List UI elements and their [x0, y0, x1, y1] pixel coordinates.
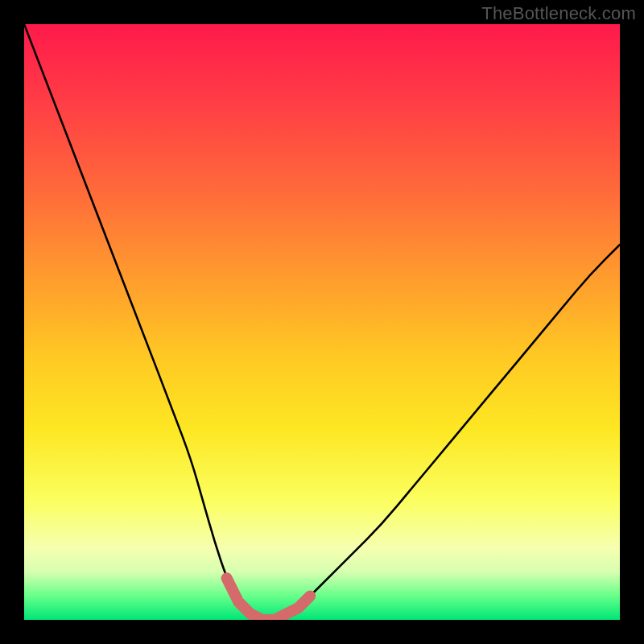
- watermark-text: TheBottleneck.com: [481, 3, 636, 24]
- plot-area: [24, 24, 620, 620]
- chart-frame: TheBottleneck.com: [0, 0, 644, 644]
- bottleneck-curve-line: [24, 24, 620, 620]
- curve-layer: [24, 24, 620, 620]
- optimal-zone-highlight: [227, 578, 311, 620]
